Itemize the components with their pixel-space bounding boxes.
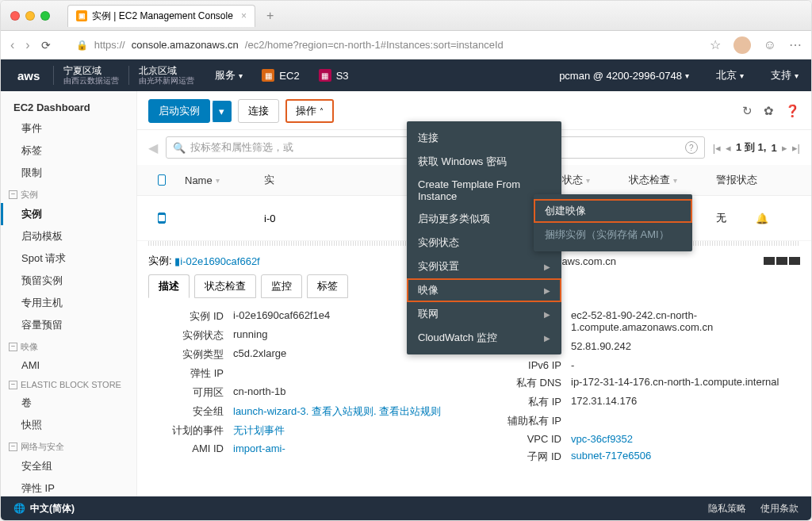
sidebar-item-capacity[interactable]: 容量预留 (1, 314, 136, 336)
detail-value: subnet-717e6506 (571, 450, 800, 464)
aws-logo[interactable]: aws (13, 67, 44, 84)
detail-link[interactable]: 无计划事件 (233, 424, 285, 436)
tab-title: 实例 | EC2 Management Console (92, 10, 233, 23)
service-s3-link[interactable]: ▦ S3 (319, 69, 349, 82)
launch-instance-dropdown[interactable]: ▾ (212, 101, 232, 122)
detail-link[interactable]: launch-wizard-3. 查看入站规则. 查看出站规则 (233, 405, 441, 417)
tab-description[interactable]: 描述 (148, 274, 190, 298)
window-chrome: ▣ 实例 | EC2 Management Console × + (1, 1, 811, 31)
new-tab-button[interactable]: + (266, 9, 274, 23)
sidebar-item-events[interactable]: 事件 (1, 117, 136, 140)
detail-value: vpc-36cf9352 (571, 433, 800, 445)
smile-icon[interactable]: ☺ (764, 38, 776, 52)
star-icon[interactable]: ☆ (710, 37, 721, 52)
support-menu[interactable]: 支持▾ (771, 68, 799, 82)
sidebar-item-launch-templates[interactable]: 启动模板 (1, 225, 136, 247)
browser-tab[interactable]: ▣ 实例 | EC2 Management Console × (67, 5, 255, 27)
close-tab-icon[interactable]: × (241, 10, 247, 21)
detail-value (233, 366, 462, 381)
help-icon[interactable]: ❓ (785, 104, 800, 118)
launch-instance-button[interactable]: 启动实例 (148, 99, 210, 123)
detail-value: 172.31.14.176 (571, 395, 800, 409)
detail-link[interactable]: vpc-36cf9352 (571, 433, 633, 445)
detail-value: 52.81.90.242 (571, 340, 800, 354)
browser-toolbar: ‹ › ⟳ 🔒 https://console.amazonaws.cn/ec2… (1, 31, 811, 59)
sidebar-group-images[interactable]: 映像 (1, 336, 136, 355)
terms-link[interactable]: 使用条款 (760, 502, 799, 515)
ctx-item-instance-settings[interactable]: 实例设置▶ (407, 255, 561, 278)
select-all-checkbox[interactable] (158, 174, 166, 186)
sidebar-item-limits[interactable]: 限制 (1, 162, 136, 184)
pager-next-icon[interactable]: ▸ (782, 142, 787, 154)
detail-link[interactable]: subnet-717e6506 (571, 450, 651, 462)
sidebar-item-dashboard[interactable]: EC2 Dashboard (1, 98, 136, 117)
tab-status-checks[interactable]: 状态检查 (194, 274, 256, 298)
language-selector[interactable]: 🌐 中文(简体) (13, 502, 75, 515)
ctx-item-get-windows-password[interactable]: 获取 Windows 密码 (407, 150, 561, 174)
reload-icon[interactable]: ⟳ (41, 39, 51, 52)
address-bar[interactable]: 🔒 https://console.amazonaws.cn/ec2/home?… (62, 39, 699, 51)
globe-icon: 🌐 (13, 503, 25, 514)
detail-key: 计划的事件 (148, 423, 224, 438)
keyboard-hint-icon: ? (685, 141, 698, 154)
pager-prev-icon[interactable]: ◂ (726, 142, 731, 154)
sidebar-item-reserved[interactable]: 预留实例 (1, 270, 136, 292)
sidebar-group-network[interactable]: 网络与安全 (1, 436, 136, 455)
col-instance[interactable]: 实 (264, 173, 274, 187)
detail-key: 实例类型 (148, 347, 224, 362)
ctx-item-networking[interactable]: 联网▶ (407, 302, 561, 326)
region-menu[interactable]: 北京▾ (716, 68, 744, 82)
col-status[interactable]: 状态检查 (629, 173, 670, 187)
tab-tags[interactable]: 标签 (307, 274, 348, 298)
ctx-item-image[interactable]: 映像▶ (407, 278, 561, 302)
sidebar-item-elastic-ips[interactable]: 弹性 IP (1, 477, 136, 496)
detail-key: 安全组 (148, 404, 224, 419)
sub-item-bundle-instance[interactable]: 捆绑实例（实例存储 AMI） (534, 223, 692, 247)
region-switcher-bj[interactable]: 北京区域 由光环新网运营 (128, 66, 204, 85)
account-menu[interactable]: pcman @ 4200-2996-0748▾ (559, 70, 689, 82)
refresh-icon[interactable]: ↻ (742, 104, 753, 118)
chevron-up-icon: ˄ (320, 107, 324, 116)
detail-link[interactable]: import-ami- (233, 442, 285, 454)
minimize-window-icon[interactable] (25, 11, 35, 21)
forward-button[interactable]: › (25, 38, 29, 52)
back-button[interactable]: ‹ (10, 38, 14, 52)
sidebar-item-dedicated-hosts[interactable]: 专用主机 (1, 292, 136, 314)
privacy-link[interactable]: 隐私策略 (708, 502, 746, 515)
sidebar-group-instances[interactable]: 实例 (1, 184, 136, 203)
pager: |◂ ◂ 1 到 1, 1 ▸ ▸| (713, 140, 800, 155)
maximize-window-icon[interactable] (40, 11, 50, 21)
sidebar-item-instances[interactable]: 实例 (1, 203, 136, 225)
panel-layout-icons[interactable] (764, 257, 800, 265)
col-alarm[interactable]: 警报状态 (716, 173, 757, 187)
actions-menu-button[interactable]: 操作 ˄ (285, 99, 334, 123)
sidebar-item-snapshots[interactable]: 快照 (1, 414, 136, 436)
close-window-icon[interactable] (10, 11, 20, 21)
connect-button[interactable]: 连接 (238, 99, 279, 123)
row-checkbox[interactable] (158, 213, 166, 224)
ctx-item-connect[interactable]: 连接 (407, 126, 561, 150)
region-switcher[interactable]: 宁夏区域 由西云数据运营 (53, 66, 128, 85)
cell-instance-id: i-0 (264, 213, 275, 224)
settings-gear-icon[interactable]: ✿ (764, 104, 774, 118)
sidebar-item-volumes[interactable]: 卷 (1, 392, 136, 414)
sidebar-group-ebs[interactable]: ELASTIC BLOCK STORE (1, 375, 136, 392)
collapse-sidebar-icon[interactable]: ◀ (148, 140, 158, 155)
pager-last-icon[interactable]: ▸| (792, 142, 800, 154)
pager-range: 1 到 1, (736, 140, 766, 155)
sidebar-item-ami[interactable]: AMI (1, 355, 136, 375)
sidebar-item-security-groups[interactable]: 安全组 (1, 455, 136, 477)
alarm-bell-icon[interactable]: 🔔 (756, 213, 768, 224)
sidebar-item-spot[interactable]: Spot 请求 (1, 247, 136, 270)
service-ec2-link[interactable]: ▦ EC2 (262, 69, 299, 82)
sidebar-item-tags[interactable]: 标签 (1, 140, 136, 162)
profile-avatar[interactable] (733, 36, 751, 54)
pager-first-icon[interactable]: |◂ (713, 142, 721, 154)
ctx-item-cloudwatch[interactable]: CloudWatch 监控▶ (407, 326, 561, 350)
col-name[interactable]: Name (185, 174, 213, 186)
sub-item-create-image[interactable]: 创建映像 (534, 199, 692, 223)
services-menu[interactable]: 服务▾ (215, 68, 243, 82)
detail-key: 子网 ID (486, 450, 561, 464)
tab-monitoring[interactable]: 监控 (261, 274, 302, 298)
overflow-menu-icon[interactable]: ⋯ (789, 37, 802, 52)
